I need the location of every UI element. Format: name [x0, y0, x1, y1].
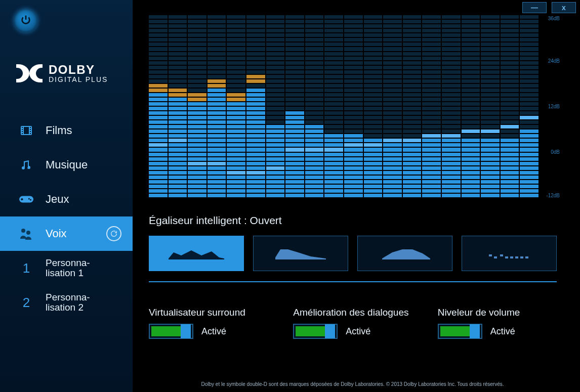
eq-band[interactable]	[246, 15, 265, 197]
preset-shape-icon	[375, 242, 435, 265]
sidebar-item-label: Films	[46, 124, 72, 137]
eq-band[interactable]	[324, 15, 343, 197]
toggle-label: Amélioration des dialogues	[293, 292, 412, 319]
svg-point-12	[28, 198, 30, 199]
eq-band[interactable]	[422, 15, 441, 197]
eq-band[interactable]	[266, 15, 285, 197]
main-panel: — x 36dB24dB12dB0dB-12dB Égaliseur intel…	[133, 0, 580, 392]
equalizer-db-labels: 36dB24dB12dB0dB-12dB	[538, 15, 560, 197]
eq-db-label: -12dB	[546, 193, 560, 198]
brand-logo: DOLBY DIGITAL PLUS	[16, 64, 133, 83]
svg-marker-16	[169, 250, 224, 259]
close-button[interactable]: x	[552, 2, 576, 13]
sidebar-item-label: Jeux	[46, 193, 69, 206]
toggle-label: Niveleur de volume	[438, 292, 557, 319]
svg-rect-11	[21, 199, 23, 200]
voice-icon	[17, 226, 35, 242]
toggle-group: Virtualisateur surroundActivé	[149, 292, 268, 339]
preset-shape-icon	[166, 242, 227, 265]
section-divider	[149, 281, 557, 282]
sidebar-item-custom2[interactable]: 2Personna-lisation 2	[0, 285, 133, 320]
toggle-group: Amélioration des dialoguesActivé	[293, 292, 412, 339]
toggle-state: Activé	[490, 326, 515, 337]
toggle-switch[interactable]	[438, 324, 482, 339]
film-icon	[17, 122, 35, 139]
sidebar-item-film[interactable]: Films	[0, 113, 133, 148]
preset-focus[interactable]	[357, 236, 452, 271]
toggle-state: Activé	[346, 326, 370, 337]
sidebar-item-custom1[interactable]: 1Personna-lisation 1	[0, 251, 133, 285]
sidebar-nav: FilmsMusiqueJeuxVoix1Personna-lisation 1…	[0, 113, 133, 320]
power-button[interactable]	[14, 9, 37, 32]
eq-band[interactable]	[462, 15, 480, 197]
preset-shape-icon	[479, 242, 540, 265]
preset-flat[interactable]	[462, 236, 557, 271]
brand-line2: DIGITAL PLUS	[49, 76, 108, 83]
eq-band[interactable]	[344, 15, 363, 197]
toggle-state: Activé	[201, 326, 226, 337]
power-icon	[20, 14, 31, 27]
svg-rect-25	[520, 256, 523, 258]
music-icon	[17, 157, 35, 173]
toggle-group: Niveleur de volumeActivé	[438, 292, 557, 339]
reset-icon[interactable]	[106, 226, 121, 241]
app-window: DOLBY DIGITAL PLUS FilmsMusiqueJeuxVoix1…	[0, 0, 580, 392]
toggle-label: Virtualisateur surround	[149, 292, 268, 319]
dolby-dd-icon	[16, 64, 43, 82]
eq-band[interactable]	[501, 15, 519, 197]
svg-point-14	[21, 229, 25, 233]
eq-band[interactable]	[188, 15, 206, 197]
preset-shape-icon	[270, 242, 331, 265]
eq-band[interactable]	[149, 15, 168, 197]
sidebar: DOLBY DIGITAL PLUS FilmsMusiqueJeuxVoix1…	[0, 0, 133, 392]
eq-band[interactable]	[305, 15, 324, 197]
preset-row	[149, 236, 560, 271]
svg-rect-23	[510, 256, 513, 258]
svg-marker-17	[275, 249, 326, 259]
sidebar-item-index: 1	[17, 260, 35, 276]
equalizer-grid	[149, 15, 538, 197]
sidebar-item-label: Personna-lisation 1	[46, 258, 90, 278]
svg-rect-19	[489, 254, 492, 256]
eq-band[interactable]	[227, 15, 245, 197]
eq-band[interactable]	[520, 15, 538, 197]
window-controls: — x	[522, 2, 576, 13]
svg-rect-26	[525, 256, 528, 258]
toggle-row: Virtualisateur surroundActivéAmélioratio…	[149, 292, 557, 339]
minimize-button[interactable]: —	[522, 2, 547, 13]
eq-band[interactable]	[285, 15, 304, 197]
preset-rich[interactable]	[253, 236, 348, 271]
svg-rect-24	[515, 256, 518, 258]
sidebar-item-voice[interactable]: Voix	[0, 216, 133, 251]
eq-db-label: 36dB	[548, 16, 560, 21]
svg-marker-18	[382, 249, 430, 259]
toggle-switch[interactable]	[149, 324, 193, 339]
sidebar-item-gamepad[interactable]: Jeux	[0, 182, 133, 216]
svg-rect-21	[500, 254, 503, 256]
sidebar-item-label: Voix	[46, 227, 67, 240]
eq-band[interactable]	[169, 15, 187, 197]
sidebar-item-index: 2	[17, 295, 35, 311]
eq-band[interactable]	[481, 15, 500, 197]
equalizer-display: 36dB24dB12dB0dB-12dB	[149, 15, 560, 197]
eq-band[interactable]	[403, 15, 422, 197]
eq-band[interactable]	[442, 15, 461, 197]
gamepad-icon	[17, 191, 35, 207]
svg-point-15	[26, 231, 30, 235]
brand-line1: DOLBY	[49, 64, 108, 76]
toggle-switch[interactable]	[293, 324, 338, 339]
eq-band[interactable]	[364, 15, 383, 197]
sidebar-item-label: Musique	[46, 158, 88, 171]
eq-band[interactable]	[383, 15, 402, 197]
eq-db-label: 24dB	[548, 58, 560, 64]
preset-open[interactable]	[149, 236, 244, 271]
eq-db-label: 12dB	[548, 104, 560, 109]
svg-rect-20	[494, 256, 497, 258]
sidebar-item-label: Personna-lisation 2	[46, 292, 90, 313]
eq-band[interactable]	[208, 15, 226, 197]
svg-rect-22	[505, 256, 508, 258]
eq-db-label: 0dB	[551, 149, 560, 155]
equalizer-title: Égaliseur intelligent : Ouvert	[149, 214, 560, 227]
footer-copyright: Dolby et le symbole double-D sont des ma…	[133, 381, 572, 387]
sidebar-item-music[interactable]: Musique	[0, 148, 133, 182]
